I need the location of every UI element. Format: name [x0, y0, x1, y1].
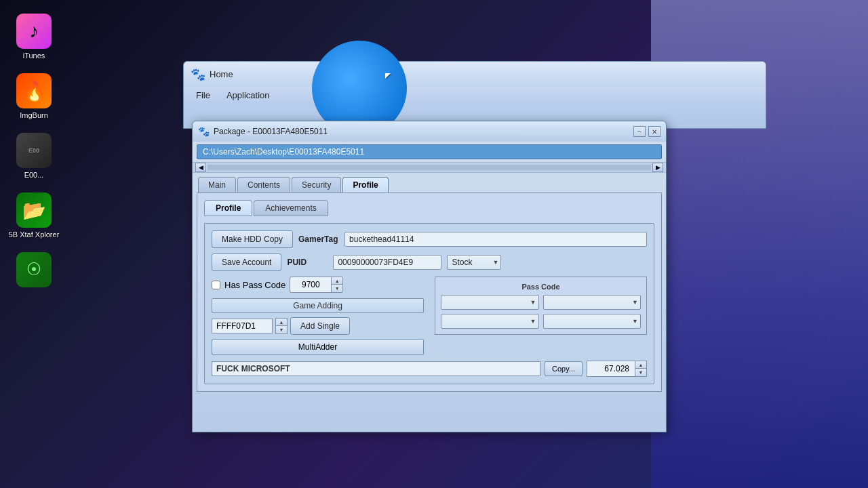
main-app-window: 🐾 Home File Application [183, 61, 766, 129]
passcode-group: Pass Code [435, 277, 647, 335]
titlebar-controls: − ✕ [633, 126, 660, 137]
scroll-track[interactable] [208, 165, 651, 170]
passcode-select-4[interactable] [543, 314, 642, 329]
hex-input[interactable] [212, 319, 273, 333]
numeric-spinner-buttons: ▲ ▼ [635, 361, 646, 376]
gamertag-label: GamerTag [298, 235, 339, 244]
sub-tabs: Profile Achievements [204, 200, 654, 216]
menu-application[interactable]: Application [220, 89, 277, 102]
main-menubar: File Application [184, 86, 766, 104]
main-tabs: Main Contents Security Profile [193, 173, 666, 192]
stock-select-wrapper: Stock [447, 255, 501, 270]
xplorer-icon: 📂 [16, 192, 52, 228]
desktop-icon-imgburn[interactable]: 🔥 ImgBurn [7, 73, 61, 119]
save-account-button[interactable]: Save Account [212, 253, 281, 271]
passcode-group-panel: Pass Code [435, 277, 647, 335]
copy-button[interactable]: Copy... [545, 361, 583, 376]
xbox-icon: ⦿ [16, 252, 52, 287]
passcode-group-label: Pass Code [441, 283, 641, 291]
desktop-icon-itunes[interactable]: ♪ iTunes [7, 14, 61, 60]
game-adding-label: Game Adding [212, 298, 424, 313]
tab-profile[interactable]: Profile [342, 177, 388, 192]
puid-row: Save Account PUID Stock [212, 253, 647, 271]
titlebar-left: 🐾 Package - E00013FA480E5011 [198, 126, 328, 137]
desktop-icon-xplorer[interactable]: 📂 5B Xtaf Xplorer [7, 192, 61, 239]
passcode-spinner-value: 9700 [290, 278, 331, 291]
address-bar[interactable]: C:\Users\Zach\Desktop\E00013FA480E5011 [197, 144, 662, 159]
bottom-text-input[interactable] [212, 361, 540, 376]
package-window: 🐾 Package - E00013FA480E5011 − ✕ C:\User… [192, 121, 667, 432]
scroll-right-arrow[interactable]: ▶ [652, 163, 663, 172]
gamertag-row: Make HDD Copy GamerTag [212, 230, 647, 248]
passcode-spinner-buttons: ▲ ▼ [331, 277, 342, 292]
puid-input[interactable] [333, 255, 441, 270]
main-titlebar: 🐾 Home [184, 62, 766, 86]
numeric-spinner-down[interactable]: ▼ [635, 369, 646, 376]
puid-label: PUID [287, 258, 328, 267]
passcode-select-3[interactable] [441, 314, 539, 329]
close-button[interactable]: ✕ [648, 126, 660, 137]
passcode-grid [441, 295, 641, 329]
game-adding-section: Game Adding ▲ ▼ Add Single MultiAdder [212, 298, 424, 355]
add-single-button[interactable]: Add Single [290, 317, 350, 335]
itunes-label: iTunes [23, 52, 45, 60]
passcode-spinner-down[interactable]: ▼ [332, 285, 342, 292]
tab-content-area: Profile Achievements Make HDD Copy Gamer… [197, 192, 662, 392]
e00-icon: E00 [16, 133, 52, 168]
subtab-achievements[interactable]: Achievements [254, 200, 328, 216]
tab-security[interactable]: Security [292, 177, 341, 192]
passcode-select-1-wrapper [441, 295, 539, 310]
package-paw-icon: 🐾 [198, 126, 210, 137]
numeric-value: 67.028 [587, 362, 635, 375]
paw-icon: 🐾 [191, 67, 204, 81]
hex-input-row: ▲ ▼ Add Single [212, 317, 424, 335]
stock-select[interactable]: Stock [447, 255, 501, 270]
passcode-spinner: 9700 ▲ ▼ [290, 277, 343, 293]
bottom-section: Copy... 67.028 ▲ ▼ [212, 361, 647, 377]
passcode-row: Has Pass Code 9700 ▲ ▼ Game Adding [212, 277, 647, 355]
scroll-left-arrow[interactable]: ◀ [195, 163, 206, 172]
passcode-select-2-wrapper [543, 295, 642, 310]
has-passcode-label: Has Pass Code [224, 280, 285, 290]
make-hdd-copy-button[interactable]: Make HDD Copy [212, 230, 293, 248]
menu-file[interactable]: File [189, 89, 217, 102]
has-passcode-checkbox[interactable] [212, 281, 220, 289]
tab-main[interactable]: Main [198, 177, 236, 192]
profile-content: Make HDD Copy GamerTag Save Account PUID… [204, 223, 654, 384]
itunes-icon: ♪ [16, 14, 52, 49]
imgburn-label: ImgBurn [20, 111, 48, 119]
e00-label: E00... [24, 171, 44, 179]
subtab-profile[interactable]: Profile [204, 200, 252, 216]
mouse-cursor [385, 73, 396, 79]
passcode-select-3-wrapper [441, 314, 539, 329]
passcode-select-1[interactable] [441, 295, 539, 310]
multi-adder-button[interactable]: MultiAdder [212, 339, 424, 355]
minimize-button[interactable]: − [633, 126, 646, 137]
passcode-select-4-wrapper [543, 314, 642, 329]
hex-spinner-down[interactable]: ▼ [276, 326, 287, 333]
xplorer-label: 5B Xtaf Xplorer [9, 230, 60, 239]
hex-spinner-up[interactable]: ▲ [276, 319, 287, 326]
desktop-icon-e00[interactable]: E00 E00... [7, 133, 61, 179]
package-window-title: Package - E00013FA480E5011 [214, 127, 328, 136]
numeric-spinner: 67.028 ▲ ▼ [587, 361, 647, 377]
desktop-icon-xbox[interactable]: ⦿ [7, 252, 61, 290]
gamertag-input[interactable] [344, 232, 647, 247]
numeric-spinner-up[interactable]: ▲ [635, 361, 646, 369]
hex-spinner: ▲ ▼ [275, 318, 288, 334]
has-passcode-row: Has Pass Code 9700 ▲ ▼ [212, 277, 424, 293]
passcode-spinner-up[interactable]: ▲ [332, 277, 342, 285]
desktop-icons-area: ♪ iTunes 🔥 ImgBurn E00 E00... 📂 5B Xtaf … [0, 0, 149, 488]
tab-contents[interactable]: Contents [237, 177, 290, 192]
main-window-title: Home [210, 69, 233, 79]
package-titlebar: 🐾 Package - E00013FA480E5011 − ✕ [193, 121, 666, 142]
imgburn-icon: 🔥 [16, 73, 52, 108]
left-panel: Has Pass Code 9700 ▲ ▼ Game Adding [212, 277, 424, 355]
horizontal-scrollbar[interactable]: ◀ ▶ [193, 162, 666, 173]
passcode-select-2[interactable] [543, 295, 642, 310]
